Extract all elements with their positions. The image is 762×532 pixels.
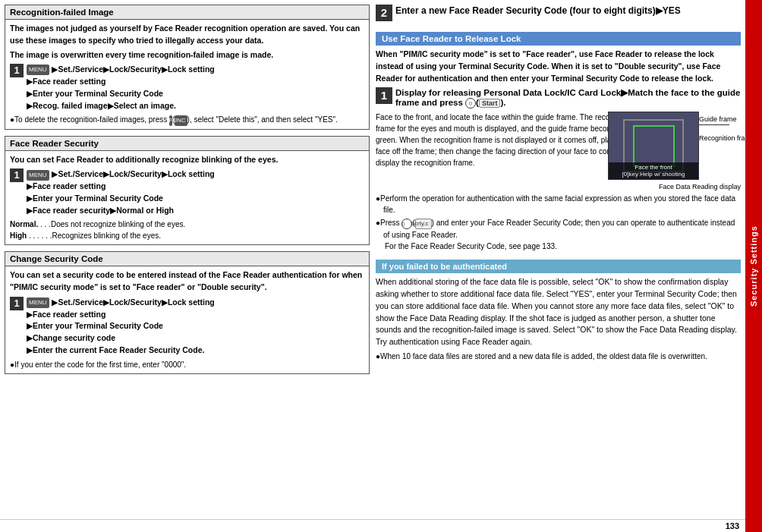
change-security-step1-row: 1 MENU ▶Set./Service▶Lock/Security▶Lock … — [10, 297, 364, 357]
recognition-step1-row: 1 MENU ▶Set./Service▶Lock/Security▶Lock … — [10, 64, 364, 112]
failed-header: If you failed to be authenticated — [376, 260, 741, 273]
step2-num: 2 — [376, 5, 392, 21]
menu-icon2: MENU — [27, 170, 49, 181]
use-face-step1-text: Display for releasing Personal Data Lock… — [395, 88, 740, 107]
security-settings-tab: Security Settings — [745, 0, 762, 532]
step2-text: Enter a new Face Reader Security Code (f… — [395, 5, 681, 16]
step1-path: ▶Set./Service▶Lock/Security▶Lock setting… — [27, 65, 215, 109]
face-image-box: Face the front[0]key:Help w/ shooting — [608, 112, 699, 180]
change-security-step1-num: 1 — [10, 297, 24, 310]
normal-text: Normal. . . .Does not recognize blinking… — [10, 219, 364, 230]
change-security-step1-content: MENU ▶Set./Service▶Lock/Security▶Lock se… — [27, 297, 364, 357]
use-face-bullet2: ●Press ○(Scrty.c) and enter your Face Re… — [376, 217, 741, 241]
face-display-label: Face Data Reading display — [659, 183, 741, 190]
use-face-step1-content: Display for releasing Personal Data Lock… — [395, 87, 741, 109]
right-column: 2 Enter a new Face Reader Security Code … — [376, 5, 741, 515]
menu-icon: MENU — [27, 65, 49, 75]
use-face-step1-row: 1 Display for releasing Personal Data Lo… — [376, 87, 741, 109]
use-face-reader-body: When "PIM/IC security mode" is set to "F… — [376, 49, 741, 84]
guide-frame-label: Guide frame — [699, 115, 737, 125]
recognition-failed-intro: The images not judged as yourself by Fac… — [10, 23, 364, 47]
step1-num: 1 — [10, 64, 24, 77]
step2-row: 2 Enter a new Face Reader Security Code … — [376, 5, 741, 21]
use-face-bullet1: ●Perform the operation for authenticatio… — [376, 193, 741, 216]
face-image-container: Face to the front, and locate the face w… — [376, 112, 741, 190]
face-reader-security-body: You can set Face Reader to additionally … — [5, 151, 369, 245]
recognition-frame-label: Recognition frame — [699, 134, 745, 142]
recognition-failed-note: The image is overwritten every time reco… — [10, 49, 364, 61]
failed-bullet: ●When 10 face data files are stored and … — [376, 351, 741, 362]
recognition-failed-body: The images not judged as yourself by Fac… — [5, 20, 369, 129]
failed-section: If you failed to be authenticated When a… — [376, 260, 741, 362]
func-button: FUNC — [175, 115, 187, 126]
face-reader-security-section: Face Reader Security You can set Face Re… — [5, 136, 370, 246]
high-text: High . . . . . .Recognizes blinking of t… — [10, 230, 364, 241]
recognition-bullet: ●To delete the recognition-failed images… — [10, 114, 364, 125]
main-content: Recognition-failed Image The images not … — [0, 0, 745, 532]
face-reader-security-header: Face Reader Security — [5, 137, 369, 151]
scrty-button[interactable]: Scrty.c — [415, 219, 432, 229]
start-button[interactable]: Start — [479, 99, 501, 108]
page-number: 133 — [0, 519, 745, 532]
change-security-step1-path: ▶Set./Service▶Lock/Security▶Lock setting… — [27, 297, 215, 354]
face-image-wrapper: Face the front[0]key:Help w/ shooting Gu… — [608, 112, 699, 180]
face-security-step1-content: MENU ▶Set./Service▶Lock/Security▶Lock se… — [27, 168, 364, 216]
face-bottom-bar: Face the front[0]key:Help w/ shooting — [609, 162, 698, 179]
recognition-frame-rect — [633, 125, 675, 167]
circle-button[interactable]: ○ — [465, 98, 476, 109]
failed-body: When additional storing of the face data… — [376, 276, 741, 348]
use-face-reader-section: Use Face Reader to Release Lock When "PI… — [376, 32, 741, 250]
change-security-code-section: Change Security Code You can set a secur… — [5, 251, 370, 373]
change-security-code-body: You can set a security code to be entere… — [5, 266, 369, 373]
face-security-step1-path: ▶Set./Service▶Lock/Security▶Lock setting… — [27, 169, 215, 214]
recognition-failed-header: Recognition-failed Image — [5, 5, 369, 20]
change-security-code-header: Change Security Code — [5, 252, 369, 266]
face-image-right: Face the front[0]key:Help w/ shooting Gu… — [642, 112, 741, 190]
left-column: Recognition-failed Image The images not … — [5, 5, 370, 515]
change-security-bullet: ●If you enter the code for the first tim… — [10, 359, 364, 370]
use-face-reader-header: Use Face Reader to Release Lock — [376, 32, 741, 46]
face-reader-security-intro: You can set Face Reader to additionally … — [10, 154, 364, 166]
face-reader-security-step1-row: 1 MENU ▶Set./Service▶Lock/Security▶Lock … — [10, 168, 364, 216]
face-reader-note: For the Face Reader Security Code, see p… — [376, 242, 741, 250]
menu-icon3: MENU — [27, 297, 49, 308]
change-security-intro: You can set a security code to be entere… — [10, 269, 364, 294]
face-image-text: Face to the front, and locate the face w… — [376, 112, 636, 190]
face-security-step1-num: 1 — [10, 168, 24, 182]
recognition-failed-section: Recognition-failed Image The images not … — [5, 5, 370, 130]
recognition-step1-content: MENU ▶Set./Service▶Lock/Security▶Lock se… — [27, 64, 364, 112]
use-face-step1-num: 1 — [376, 87, 392, 104]
